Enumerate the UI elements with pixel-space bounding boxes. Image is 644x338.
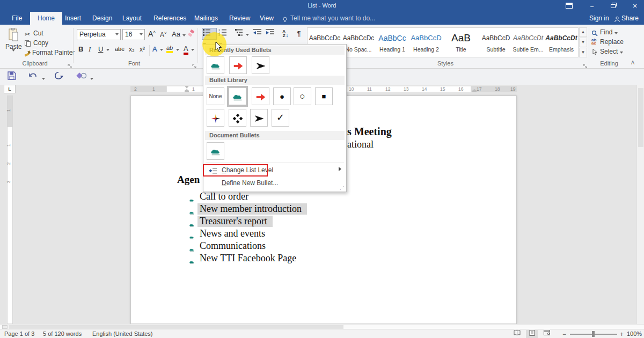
multilevel-list-button[interactable] [234,28,250,40]
recent-bullet-custom-cloud[interactable] [207,56,224,74]
library-bullet-four-diamonds[interactable] [229,109,246,127]
subscript-button[interactable]: x₂ [129,46,135,53]
language-status[interactable]: English (United States) [92,330,153,337]
dropdown-resize-grip[interactable]: ⋰ [340,186,345,190]
recent-bullet-red-arrow[interactable] [229,56,247,74]
text-effects-button[interactable]: A [152,45,157,53]
print-layout-view-icon[interactable] [526,330,538,338]
library-bullet-red-arrow[interactable] [252,87,269,105]
style-subtle-emphasis[interactable]: AaBbCcDt Subtle Em... [512,31,544,56]
document-bullet-custom-cloud[interactable] [207,142,224,160]
list-item[interactable]: New TTI Facebook Page [200,253,296,265]
library-bullet-open-circle[interactable]: ○ [294,87,311,105]
cut-button[interactable]: Cut [33,30,43,37]
select-button[interactable]: Select [600,48,623,55]
strikethrough-button[interactable]: abc [115,46,125,52]
page-count-status[interactable]: Page 1 of 3 [4,330,34,337]
text-effects-arrow[interactable] [160,49,163,51]
change-case-button[interactable]: Aa [172,30,186,38]
library-bullet-custom-cloud[interactable] [229,87,246,105]
library-bullet-none[interactable]: None [207,87,224,105]
replace-button[interactable]: Replace [600,38,624,46]
font-dialog-launcher-icon[interactable] [192,61,197,67]
library-bullet-black-dart[interactable] [250,109,268,127]
increase-indent-button[interactable] [265,28,278,40]
paste-button[interactable]: Paste [5,28,21,58]
collapse-ribbon-icon[interactable]: ᐱ [631,60,634,65]
underline-button[interactable]: U [98,45,103,53]
format-painter-button[interactable]: Format Painter [32,49,75,56]
copy-button[interactable]: Copy [33,39,48,47]
horizontal-scrollbar-left-button[interactable] [2,325,8,329]
style-heading-2[interactable]: AaBbCcD Heading 2 [410,31,442,56]
vertical-scrollbar-thumb[interactable] [638,88,643,147]
horizontal-scrollbar-thumb[interactable] [9,325,343,329]
font-color-arrow[interactable] [191,49,194,51]
recent-bullet-black-dart[interactable] [252,56,269,74]
read-mode-view-icon[interactable] [511,330,523,338]
tab-mailings[interactable]: Mailings [187,12,225,25]
styles-scroll-down-icon[interactable]: ▼ [579,38,587,47]
clipboard-dialog-launcher-icon[interactable] [68,61,73,67]
shrink-font-button[interactable]: A˅ [160,31,167,39]
highlight-arrow[interactable] [176,49,179,51]
touch-mode-icon[interactable] [76,71,93,82]
list-item[interactable]: Call to order [200,191,248,203]
vertical-scrollbar[interactable] [636,85,644,324]
style-emphasis[interactable]: AaBbCcDt Emphasis [545,31,577,56]
ribbon-display-options-icon[interactable] [561,1,577,11]
library-bullet-filled-square[interactable]: ■ [315,87,333,105]
show-paragraph-marks-button[interactable]: ¶ [293,28,305,40]
font-name-combobox[interactable]: Perpetua [77,29,121,40]
styles-gallery: AaBbCcDc AaBbCcDc No Spac... AaBbCc Head… [307,27,579,57]
tab-layout[interactable]: Layout [115,12,149,25]
superscript-button[interactable]: x² [140,46,145,53]
zoom-level-label[interactable]: 100% [627,330,642,337]
library-bullet-color-star[interactable] [207,109,224,127]
zoom-slider-thumb[interactable] [592,331,595,337]
bold-button[interactable]: B [78,45,83,53]
grow-font-button[interactable]: A˄ [148,30,156,38]
web-layout-view-icon[interactable] [541,330,553,338]
styles-scroll-up-icon[interactable]: ▲ [579,27,587,37]
save-icon[interactable] [8,71,16,82]
style-heading-1[interactable]: AaBbCc Heading 1 [376,31,408,56]
tellme-box[interactable]: Tell me what you want to do... [290,12,375,25]
restore-button[interactable] [605,1,621,11]
list-item[interactable]: New member introduction [200,203,307,216]
find-button[interactable]: Find [600,28,618,36]
style-title[interactable]: AaB Title [445,31,477,56]
redo-icon[interactable] [54,71,63,82]
list-item[interactable]: Treasurer's report [200,216,273,228]
tab-insert[interactable]: Insert [57,12,89,25]
font-size-combobox[interactable]: 16 [122,29,145,40]
sort-button[interactable]: AZ↓ [279,28,292,40]
underline-dropdown-arrow[interactable] [106,49,109,51]
styles-dialog-launcher-icon[interactable] [583,61,588,67]
share-button[interactable]: Share [621,12,639,25]
zoom-in-button[interactable]: + [620,330,624,338]
styles-more-icon[interactable]: ▼ [579,48,587,57]
style-no-spacing[interactable]: AaBbCcDc No Spac... [342,31,375,56]
library-bullet-filled-circle[interactable]: ● [273,87,291,105]
decrease-indent-button[interactable] [252,28,265,40]
sign-in-link[interactable]: Sign in [589,12,609,25]
word-count-status[interactable]: 5 of 120 words [43,330,82,337]
undo-icon[interactable] [28,71,45,82]
tab-file[interactable]: File [4,12,30,25]
style-subtitle[interactable]: AaBbCcD Subtitle [480,31,512,56]
font-color-button[interactable]: A [184,45,188,55]
list-item[interactable]: Communications [200,240,266,253]
highlight-color-button[interactable]: ab [166,45,173,53]
list-item[interactable]: News and events [200,228,265,240]
define-new-bullet-menuitem[interactable]: Define New Bullet... [204,178,345,189]
library-bullet-checkmark[interactable]: ✓ [272,109,289,127]
zoom-out-button[interactable]: − [562,330,566,338]
tab-selector-button[interactable]: L [4,85,16,93]
horizontal-scrollbar[interactable] [0,324,644,329]
close-button[interactable]: ✕ [627,1,643,11]
clear-formatting-icon[interactable] [188,30,195,39]
tab-view[interactable]: View [252,12,281,25]
italic-button[interactable]: I [89,45,91,54]
minimize-button[interactable]: – [584,1,600,11]
